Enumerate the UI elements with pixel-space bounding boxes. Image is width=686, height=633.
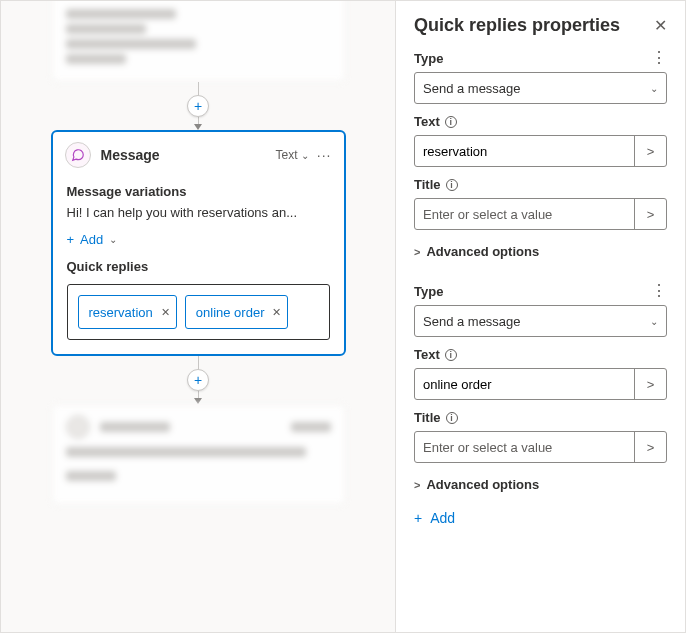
variation-text[interactable]: Hi! I can help you with reservations an.… [53, 203, 344, 222]
quick-reply-chip[interactable]: reservation ✕ [78, 295, 177, 329]
node-title: Message [101, 147, 276, 163]
plus-icon: + [414, 510, 422, 526]
text-label: Texti [414, 347, 457, 362]
title-label: Titlei [414, 410, 458, 425]
chevron-right-icon: > [414, 246, 420, 258]
advanced-options-toggle[interactable]: > Advanced options [414, 477, 667, 492]
text-input[interactable]: > [414, 368, 667, 400]
expand-picker-button[interactable]: > [634, 136, 666, 166]
add-quick-reply-button[interactable]: + Add [414, 510, 667, 526]
info-icon[interactable]: i [446, 412, 458, 424]
variations-heading: Message variations [53, 178, 344, 203]
type-label: Type [414, 284, 443, 299]
chevron-right-icon: > [414, 479, 420, 491]
chevron-down-icon: ⌄ [109, 234, 117, 245]
quick-replies-heading: Quick replies [53, 253, 344, 278]
text-label: Texti [414, 114, 457, 129]
type-select[interactable]: Send a message ⌄ [414, 72, 667, 104]
quick-replies-container[interactable]: reservation ✕ online order ✕ [67, 284, 330, 340]
expand-picker-button[interactable]: > [634, 432, 666, 462]
quick-reply-chip[interactable]: online order ✕ [185, 295, 289, 329]
group-more-menu[interactable]: ⋮ [651, 283, 667, 299]
text-input[interactable]: > [414, 135, 667, 167]
expand-picker-button[interactable]: > [634, 369, 666, 399]
type-select[interactable]: Send a message ⌄ [414, 305, 667, 337]
add-variation-button[interactable]: + Add ⌄ [53, 222, 344, 253]
properties-panel: Quick replies properties ✕ Type ⋮ Send a… [395, 1, 685, 632]
chevron-down-icon: ⌄ [650, 316, 658, 327]
panel-title: Quick replies properties [414, 15, 620, 36]
remove-chip-icon[interactable]: ✕ [161, 306, 170, 319]
close-panel-button[interactable]: ✕ [654, 16, 667, 35]
message-icon [65, 142, 91, 168]
blurred-card-bottom [51, 404, 346, 505]
add-node-button[interactable]: + [187, 369, 209, 391]
blurred-card-top [51, 1, 346, 82]
add-node-button[interactable]: + [187, 95, 209, 117]
message-node-selected[interactable]: Message Text ⌄ ··· Message variations Hi… [51, 130, 346, 356]
info-icon[interactable]: i [445, 349, 457, 361]
title-input[interactable]: > [414, 431, 667, 463]
plus-icon: + [67, 232, 75, 247]
node-more-menu[interactable]: ··· [317, 147, 332, 163]
connector: + [194, 82, 202, 130]
info-icon[interactable]: i [446, 179, 458, 191]
authoring-canvas: + Message Text ⌄ ··· Message variations … [1, 1, 395, 632]
output-type-selector[interactable]: Text ⌄ [275, 148, 308, 162]
remove-chip-icon[interactable]: ✕ [272, 306, 281, 319]
title-label: Titlei [414, 177, 458, 192]
chevron-down-icon: ⌄ [650, 83, 658, 94]
advanced-options-toggle[interactable]: > Advanced options [414, 244, 667, 259]
expand-picker-button[interactable]: > [634, 199, 666, 229]
type-label: Type [414, 51, 443, 66]
group-more-menu[interactable]: ⋮ [651, 50, 667, 66]
title-input[interactable]: > [414, 198, 667, 230]
info-icon[interactable]: i [445, 116, 457, 128]
connector: + [194, 356, 202, 404]
